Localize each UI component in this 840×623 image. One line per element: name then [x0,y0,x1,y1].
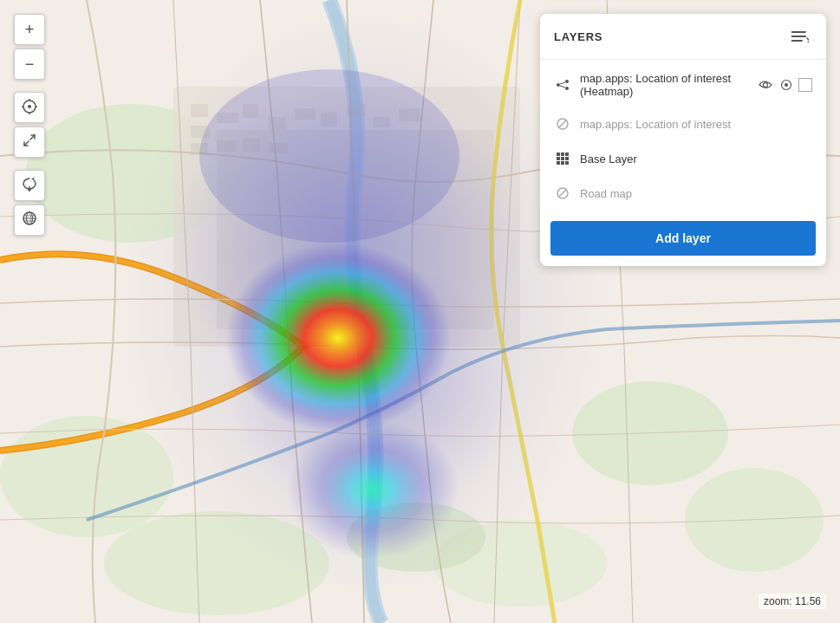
svg-point-49 [565,87,569,90]
svg-rect-23 [243,139,260,152]
layer-item-base[interactable]: Base Layer [540,141,826,176]
svg-rect-18 [347,104,366,116]
add-layer-button[interactable]: Add layer [550,221,816,256]
layers-list: map.apps: Location of interest (Heatmap) [540,60,826,214]
svg-rect-20 [399,108,420,121]
grid-icon [554,150,571,167]
heatmap-checkbox[interactable] [798,78,812,92]
zoom-indicator: zoom: 11.56 [759,594,826,609]
svg-point-6 [104,511,329,615]
svg-rect-13 [243,104,258,118]
svg-line-51 [560,86,565,88]
svg-point-48 [565,80,569,83]
layers-title: LAYERS [554,30,602,43]
globe-button[interactable] [14,204,45,236]
slash-circle-icon-1 [554,115,571,133]
svg-rect-12 [217,113,238,123]
base-layer-label: Base Layer [580,153,812,165]
heatmap-settings-btn[interactable] [778,76,795,94]
svg-rect-58 [561,153,564,156]
globe-icon [22,211,37,230]
svg-point-54 [785,83,788,87]
lasso-button[interactable] [14,170,45,201]
svg-line-67 [559,190,566,197]
svg-rect-22 [217,140,237,152]
svg-rect-57 [557,153,560,156]
left-toolbar: + − [14,14,45,236]
layer-item-roadmap[interactable]: Road map [540,176,826,211]
svg-rect-21 [191,143,208,155]
layers-header: LAYERS [540,14,826,60]
svg-line-50 [560,82,565,84]
expand-icon [23,133,36,151]
svg-rect-24 [269,143,288,153]
slash-circle-icon-2 [554,185,571,202]
location-layer-label: map.apps: Location of interest [580,118,812,131]
layer-item-location[interactable]: map.apps: Location of interest [540,107,826,141]
svg-rect-19 [373,117,390,127]
my-location-button[interactable] [14,92,45,123]
roadmap-layer-label: Road map [580,187,812,200]
zoom-in-button[interactable]: + [14,14,45,45]
svg-rect-63 [557,161,560,165]
layers-menu-button[interactable] [788,24,812,49]
svg-rect-14 [191,126,210,138]
heatmap-layer-controls [757,76,812,94]
location-icon [22,99,37,117]
layers-panel: LAYERS [540,14,826,266]
svg-rect-65 [565,161,569,165]
svg-rect-62 [565,157,569,160]
heatmap-layer-label: map.apps: Location of interest (Heatmap) [580,72,748,98]
svg-point-47 [557,83,560,87]
lasso-icon [22,176,37,196]
svg-rect-16 [295,108,316,120]
svg-point-32 [28,105,31,108]
svg-rect-15 [269,117,286,130]
svg-rect-59 [565,153,569,156]
svg-rect-64 [561,161,564,165]
svg-rect-60 [557,157,560,160]
nodes-icon [554,76,571,94]
svg-rect-61 [561,157,564,160]
zoom-out-button[interactable]: − [14,49,45,80]
svg-rect-11 [191,104,208,117]
plus-icon: + [25,21,35,39]
svg-point-52 [764,83,768,88]
layer-item-heatmap[interactable]: map.apps: Location of interest (Heatmap) [540,63,826,107]
minus-icon: − [25,55,35,74]
expand-button[interactable] [14,127,45,158]
map-container: + − [0,0,840,623]
svg-line-56 [559,120,566,127]
heatmap-visibility-btn[interactable] [757,76,774,94]
svg-rect-17 [321,113,337,127]
